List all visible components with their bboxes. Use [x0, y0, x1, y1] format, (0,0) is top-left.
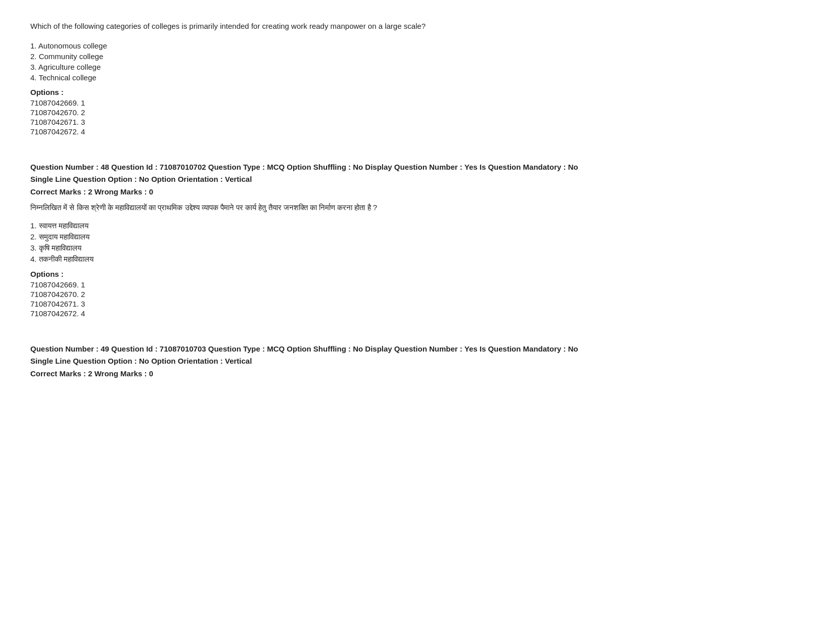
- option-id-48-3: 71087042671. 3: [30, 300, 804, 308]
- divider-1: [30, 151, 804, 161]
- option-id-48-1: 71087042669. 1: [30, 280, 804, 289]
- option-id-48-4: 71087042672. 4: [30, 309, 804, 318]
- option-en-47-3: 3. Agriculture college: [30, 63, 804, 71]
- options-list-en-47: 1. Autonomous college 2. Community colle…: [30, 41, 804, 82]
- question-49-meta-line2: Correct Marks : 2 Wrong Marks : 0: [30, 369, 804, 378]
- question-48-block: Question Number : 48 Question Id : 71087…: [30, 161, 804, 318]
- option-id-47-3: 71087042671. 3: [30, 118, 804, 126]
- options-label-48: Options :: [30, 270, 804, 278]
- option-hi-48-1: 1. स्वायत्त महाविद्यालय: [30, 221, 804, 230]
- option-id-47-1: 71087042669. 1: [30, 98, 804, 107]
- option-en-47-1: 1. Autonomous college: [30, 41, 804, 50]
- option-hi-48-2: 2. समुदाय महाविद्यालय: [30, 232, 804, 241]
- question-text-en-47: Which of the following categories of col…: [30, 20, 470, 32]
- option-hi-48-4: 4. तकनीकी महाविद्यालय: [30, 255, 804, 264]
- option-en-47-2: 2. Community college: [30, 52, 804, 61]
- option-id-47-2: 71087042670. 2: [30, 108, 804, 117]
- option-id-48-2: 71087042670. 2: [30, 290, 804, 299]
- question-text-hi-48: निम्नलिखित में से किस श्रेणी के महाविद्य…: [30, 201, 470, 214]
- question-48-meta-line2: Correct Marks : 2 Wrong Marks : 0: [30, 187, 804, 196]
- option-id-47-4: 71087042672. 4: [30, 127, 804, 136]
- divider-2: [30, 333, 804, 343]
- question-49-meta-line1: Question Number : 49 Question Id : 71087…: [30, 343, 586, 367]
- question-48-meta-line1: Question Number : 48 Question Id : 71087…: [30, 161, 586, 185]
- question-47-en: Which of the following categories of col…: [30, 20, 804, 136]
- question-49-block: Question Number : 49 Question Id : 71087…: [30, 343, 804, 378]
- option-hi-48-3: 3. कृषि महाविद्यालय: [30, 243, 804, 253]
- option-en-47-4: 4. Technical college: [30, 73, 804, 82]
- options-list-hi-48: 1. स्वायत्त महाविद्यालय 2. समुदाय महाविद…: [30, 221, 804, 264]
- options-label-47: Options :: [30, 88, 804, 96]
